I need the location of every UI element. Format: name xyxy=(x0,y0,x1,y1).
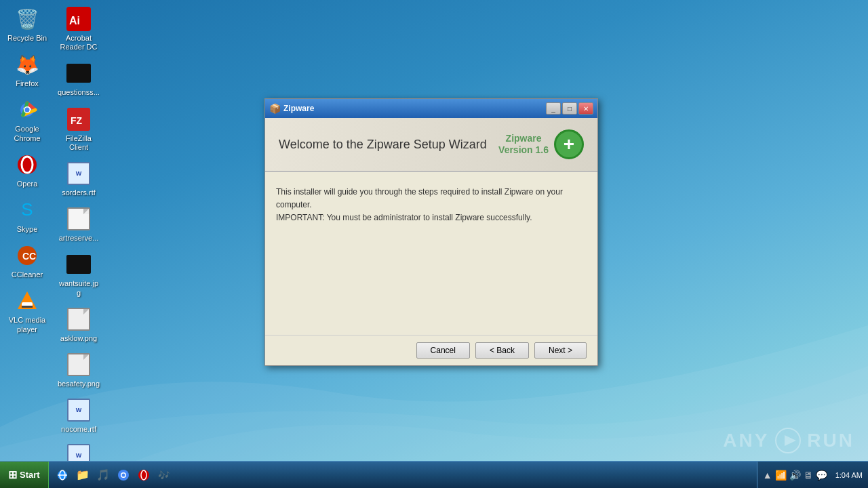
desktop-icon-opera[interactable]: Opera xyxy=(3,148,52,191)
besafety-icon xyxy=(65,351,92,378)
ccleaner-label: CCleaner xyxy=(12,270,43,279)
vlc-label: VLC media player xyxy=(5,316,49,333)
desktop-icon-recycle-bin[interactable]: 🗑️ Recycle Bin xyxy=(3,3,52,45)
acrobat-label: Acrobat Reader DC xyxy=(57,34,100,52)
svg-rect-10 xyxy=(22,306,33,308)
wantsuite-label: wantsuite.jpg xyxy=(57,279,100,297)
svg-text:Ai: Ai xyxy=(69,15,80,26)
tray-display-icon[interactable]: 🖥 xyxy=(804,470,813,481)
system-tray: ▲ 📶 🔊 🖥 💬 1:04 AM xyxy=(757,462,868,488)
dialog-header: Welcome to the Zipware Setup Wizard Zipw… xyxy=(265,118,597,172)
ccleaner-icon: CC xyxy=(14,242,41,269)
setup-dialog: 📦 Zipware _ □ ✕ Welcome to the Zipware S… xyxy=(264,98,598,366)
svg-point-22 xyxy=(121,473,125,476)
tray-icons: ▲ 📶 🔊 🖥 💬 xyxy=(763,470,827,481)
desktop-icon-artreserve[interactable]: artreserve... xyxy=(54,203,103,245)
dialog-close-button[interactable]: ✕ xyxy=(578,102,593,115)
desktop-icon-filezilla[interactable]: FZ FileZilla Client xyxy=(54,103,103,155)
desktop-icon-ccleaner[interactable]: CC CCleaner xyxy=(3,239,52,282)
nocome-label: nocome.rtf xyxy=(61,425,96,434)
tray-arrow-icon[interactable]: ▲ xyxy=(763,470,772,481)
clock-time: 1:04 AM xyxy=(835,471,863,479)
dialog-logo-wrapper: Zipware Version 1.6 + xyxy=(498,129,584,159)
recycle-bin-label: Recycle Bin xyxy=(7,34,47,43)
chrome-icon xyxy=(14,96,41,123)
sorders-icon: W xyxy=(65,160,92,187)
dialog-controls: _ □ ✕ xyxy=(546,102,593,115)
svg-point-23 xyxy=(138,470,149,481)
desktop-icon-questionss[interactable]: questionss... xyxy=(54,57,103,100)
svg-marker-16 xyxy=(785,435,796,446)
questionss-label: questionss... xyxy=(58,88,100,97)
dialog-body-text-line2: IMPORTANT: You must be administrator to … xyxy=(276,211,587,224)
dialog-title-text: Zipware xyxy=(283,104,543,113)
back-button[interactable]: < Back xyxy=(475,342,529,359)
tray-volume-icon[interactable]: 🔊 xyxy=(789,470,801,481)
recycle-bin-icon: 🗑️ xyxy=(14,5,41,33)
start-label: Start xyxy=(20,470,40,480)
dialog-footer: Cancel < Back Next > xyxy=(265,335,597,365)
tray-network-icon[interactable]: 📶 xyxy=(775,470,787,481)
opera-icon xyxy=(14,151,41,178)
dialog-maximize-button[interactable]: □ xyxy=(562,102,577,115)
dialog-title-icon: 📦 xyxy=(269,103,281,114)
start-orb-icon: ⊞ xyxy=(8,468,17,481)
taskbar-ie-icon[interactable] xyxy=(53,466,72,485)
taskbar-opera-taskbar-icon[interactable] xyxy=(134,466,153,485)
desktop-icon-skype[interactable]: S Skype xyxy=(3,194,52,237)
logo-text-line1: Zipware xyxy=(506,134,542,144)
skype-icon: S xyxy=(14,197,41,224)
desktop-icon-sorders[interactable]: W sorders.rtf xyxy=(54,157,103,200)
anyrun-logo-icon xyxy=(774,427,802,454)
dialog-minimize-button[interactable]: _ xyxy=(546,102,561,115)
dialog-header-title: Welcome to the Zipware Setup Wizard xyxy=(279,138,487,152)
dialog-logo: Zipware Version 1.6 xyxy=(498,134,549,156)
next-button[interactable]: Next > xyxy=(534,342,587,359)
anyrun-text2: RUN xyxy=(807,430,854,451)
svg-text:FZ: FZ xyxy=(71,115,83,126)
tray-msg-icon[interactable]: 💬 xyxy=(816,470,827,481)
system-clock[interactable]: 1:04 AM xyxy=(831,471,863,479)
filezilla-icon: FZ xyxy=(65,106,92,133)
dialog-body-text-line1: This installer will guide you through th… xyxy=(276,186,587,211)
dialog-titlebar: 📦 Zipware _ □ ✕ xyxy=(265,99,597,118)
anyrun-text: ANY xyxy=(723,430,769,451)
acrobat-icon: Ai xyxy=(65,5,92,33)
vlc-icon xyxy=(14,287,41,314)
taskbar-explorer-icon[interactable]: 📁 xyxy=(73,466,92,485)
questionss-icon xyxy=(65,60,92,87)
logo-circle-icon: + xyxy=(554,129,584,159)
desktop-icon-chrome[interactable]: Google Chrome xyxy=(3,94,52,145)
taskbar-zune-icon[interactable]: 🎶 xyxy=(155,466,174,485)
sorders-label: sorders.rtf xyxy=(62,188,96,197)
besafety-label: besafety.png xyxy=(58,380,100,388)
svg-point-5 xyxy=(18,155,37,174)
svg-text:CC: CC xyxy=(22,251,36,262)
logo-text-line2: Version 1.6 xyxy=(498,145,549,155)
firefox-icon: 🦊 xyxy=(14,51,41,78)
artreserve-label: artreserve... xyxy=(59,234,99,243)
dialog-body: This installer will guide you through th… xyxy=(265,172,597,335)
skype-label: Skype xyxy=(17,225,38,234)
filezilla-label: FileZilla Client xyxy=(57,134,100,152)
desktop-icon-wantsuite[interactable]: wantsuite.jpg xyxy=(54,248,103,300)
start-button[interactable]: ⊞ Start xyxy=(0,462,49,488)
desktop-icon-acrobat[interactable]: Ai Acrobat Reader DC xyxy=(54,3,103,54)
wantsuite-icon xyxy=(65,251,92,278)
asklow-icon xyxy=(65,306,92,333)
cancel-button[interactable]: Cancel xyxy=(416,342,470,359)
artreserve-icon xyxy=(65,205,92,232)
desktop-icon-nocome[interactable]: W nocome.rtf xyxy=(54,394,103,436)
anyrun-watermark: ANY RUN xyxy=(723,427,854,454)
desktop-icon-firefox[interactable]: 🦊 Firefox xyxy=(3,48,52,91)
taskbar-quick-launch: 📁 🎵 🎶 xyxy=(49,466,178,485)
svg-point-4 xyxy=(25,108,30,113)
desktop-icon-asklow[interactable]: asklow.png xyxy=(54,303,103,346)
taskbar-chrome-icon[interactable] xyxy=(114,466,133,485)
desktop-icon-besafety[interactable]: besafety.png xyxy=(54,348,103,391)
taskbar-wmp-icon[interactable]: 🎵 xyxy=(94,466,113,485)
chrome-label: Google Chrome xyxy=(5,125,49,142)
firefox-label: Firefox xyxy=(16,79,39,88)
asklow-label: asklow.png xyxy=(60,334,97,343)
desktop-icon-vlc[interactable]: VLC media player xyxy=(3,285,52,336)
